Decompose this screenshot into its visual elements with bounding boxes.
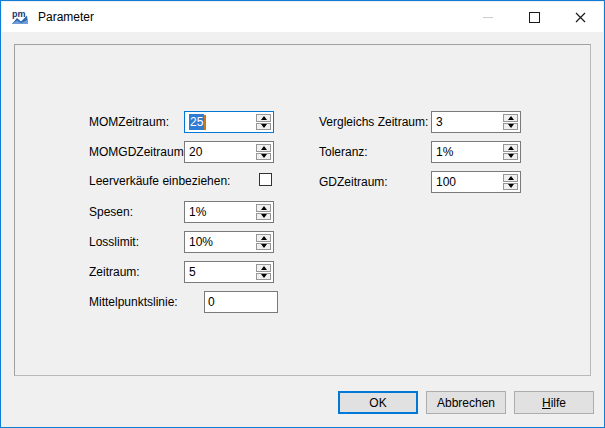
cancel-button[interactable]: Abbrechen [426, 391, 506, 414]
mittelpunktslinie-label: Mittelpunktslinie: [89, 291, 178, 313]
minimize-icon [483, 17, 493, 18]
spin-down-button[interactable] [256, 273, 271, 281]
losslimit-input[interactable] [184, 231, 274, 253]
spin-up-button[interactable] [503, 144, 518, 152]
spin-up-button[interactable] [256, 204, 271, 212]
help-button-label: Hilfe [542, 396, 566, 410]
arrow-up-icon [261, 146, 267, 150]
arrow-up-icon [261, 206, 267, 210]
spesen-input[interactable] [184, 201, 274, 223]
help-button[interactable]: Hilfe [514, 391, 594, 414]
selected-text: 25 [189, 114, 204, 130]
spin-up-button[interactable] [256, 234, 271, 242]
gdzeitraum-input[interactable] [431, 171, 521, 193]
momgdzeitraum-input[interactable] [184, 141, 274, 163]
arrow-down-icon [508, 184, 514, 188]
arrow-down-icon [508, 124, 514, 128]
arrow-down-icon [261, 274, 267, 278]
spin-down-button[interactable] [503, 153, 518, 161]
arrow-up-icon [508, 116, 514, 120]
spin-up-button[interactable] [503, 174, 518, 182]
spin-down-button[interactable] [256, 123, 271, 131]
maximize-icon [529, 12, 540, 23]
ok-button[interactable]: OK [338, 391, 418, 414]
maximize-button[interactable] [511, 2, 557, 32]
window-title: Parameter [38, 10, 94, 24]
spesen-label: Spesen: [89, 201, 133, 223]
momzeitraum-spinner [256, 114, 271, 130]
vergleichs-zeitraum-label: Vergleichs Zeitraum: [319, 111, 428, 133]
momgdzeitraum-spinner [256, 144, 271, 160]
gdzeitraum-value[interactable] [436, 173, 496, 191]
spin-up-button[interactable] [256, 264, 271, 272]
mittelpunktslinie-input[interactable] [204, 291, 278, 313]
close-icon [575, 12, 586, 23]
toleranz-value[interactable] [436, 143, 496, 161]
arrow-down-icon [261, 154, 267, 158]
arrow-up-icon [508, 176, 514, 180]
gdzeitraum-spinner [503, 174, 518, 190]
zeitraum-value[interactable] [189, 263, 249, 281]
ok-button-label: OK [369, 396, 386, 410]
svg-text:pm: pm [12, 9, 26, 19]
zeitraum-spinner [256, 264, 271, 280]
arrow-up-icon [261, 116, 267, 120]
arrow-down-icon [261, 244, 267, 248]
zeitraum-input[interactable] [184, 261, 274, 283]
spesen-spinner [256, 204, 271, 220]
leerverkaeufe-checkbox[interactable] [259, 173, 272, 186]
losslimit-spinner [256, 234, 271, 250]
vergleichs-zeitraum-input[interactable] [431, 111, 521, 133]
spin-down-button[interactable] [256, 213, 271, 221]
close-button[interactable] [557, 2, 603, 32]
spin-down-button[interactable] [503, 183, 518, 191]
spin-down-button[interactable] [503, 123, 518, 131]
parameter-dialog: pm Parameter MOMZeitraum: 25 MOMGDZeitra… [0, 0, 605, 428]
momgdzeitraum-value[interactable] [189, 143, 249, 161]
arrow-down-icon [261, 214, 267, 218]
toleranz-spinner [503, 144, 518, 160]
losslimit-value[interactable] [189, 233, 249, 251]
arrow-up-icon [508, 146, 514, 150]
spesen-value[interactable] [189, 203, 249, 221]
text-caret [204, 115, 206, 130]
spin-up-button[interactable] [256, 144, 271, 152]
spin-down-button[interactable] [256, 153, 271, 161]
arrow-down-icon [261, 124, 267, 128]
gdzeitraum-label: GDZeitraum: [319, 171, 388, 193]
spin-down-button[interactable] [256, 243, 271, 251]
spin-up-button[interactable] [503, 114, 518, 122]
arrow-up-icon [261, 236, 267, 240]
zeitraum-label: Zeitraum: [89, 261, 140, 283]
losslimit-label: Losslimit: [89, 231, 139, 253]
vergleichs-zeitraum-value[interactable] [436, 113, 496, 131]
leerverkaeufe-label: Leerverkäufe einbeziehen: [89, 170, 230, 192]
momzeitraum-label: MOMZeitraum: [89, 111, 169, 133]
toleranz-label: Toleranz: [319, 141, 368, 163]
cancel-button-label: Abbrechen [437, 396, 495, 410]
app-icon: pm [10, 8, 30, 26]
vergleichs-zeitraum-spinner [503, 114, 518, 130]
titlebar[interactable]: pm Parameter [2, 2, 603, 32]
minimize-button[interactable] [465, 2, 511, 32]
spin-up-button[interactable] [256, 114, 271, 122]
momzeitraum-input[interactable]: 25 [184, 111, 274, 133]
toleranz-input[interactable] [431, 141, 521, 163]
arrow-up-icon [261, 266, 267, 270]
momgdzeitraum-label: MOMGDZeitraum: [89, 141, 187, 163]
arrow-down-icon [508, 154, 514, 158]
